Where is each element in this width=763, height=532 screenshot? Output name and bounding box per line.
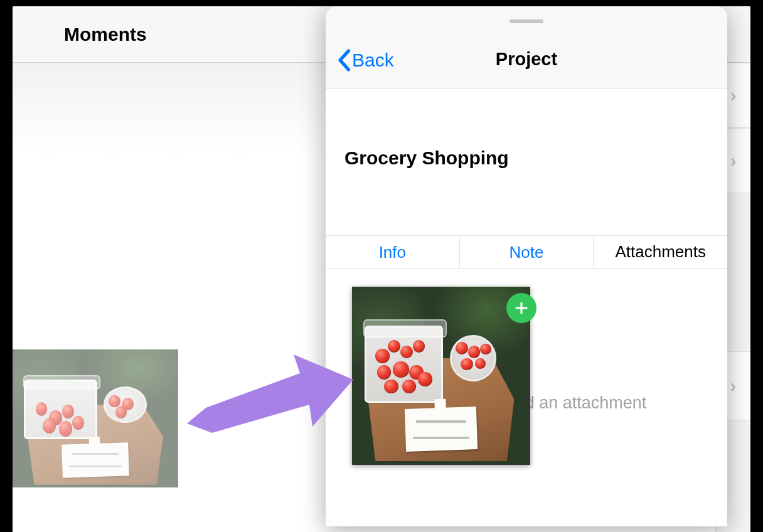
tab-note[interactable]: Note — [460, 236, 594, 269]
drag-source-thumbnail[interactable] — [13, 349, 178, 487]
drag-handle[interactable] — [510, 19, 543, 23]
project-popover: Back Project Grocery Shopping Info Note … — [326, 6, 727, 526]
chevron-right-icon: › — [730, 375, 737, 396]
plus-icon — [514, 301, 529, 316]
popover-title: Project — [326, 49, 727, 70]
popover-content: Grocery Shopping Info Note Attachments T… — [326, 88, 727, 526]
project-name: Grocery Shopping — [344, 147, 509, 169]
tab-info[interactable]: Info — [326, 236, 460, 269]
tab-attachments[interactable]: Attachments — [594, 236, 727, 269]
chevron-right-icon: › — [730, 85, 737, 106]
moments-title: Moments — [64, 24, 147, 45]
tab-bar: Info Note Attachments — [326, 235, 727, 269]
add-attachment-badge — [506, 293, 536, 323]
attachments-pane: Tap below to add an attachment — [326, 269, 727, 526]
chevron-right-icon: › — [730, 150, 737, 171]
popover-header: Back Project — [326, 6, 727, 88]
attachment-drag-preview[interactable] — [352, 287, 530, 465]
